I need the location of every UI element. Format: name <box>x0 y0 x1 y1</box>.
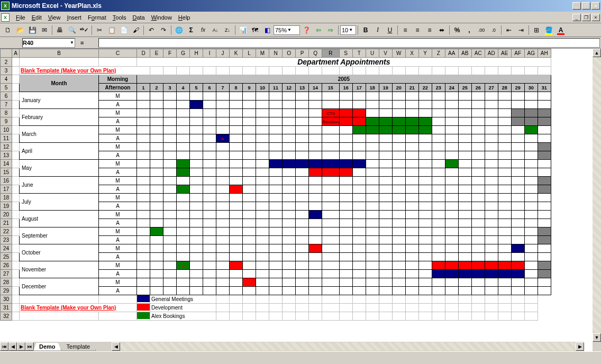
cell-L24[interactable] <box>243 244 256 253</box>
cell-F29[interactable] <box>163 287 177 295</box>
cell-X18[interactable] <box>405 194 418 202</box>
cell-AE3[interactable] <box>498 67 511 75</box>
cell-O14[interactable] <box>283 160 296 168</box>
cell-M19[interactable] <box>256 202 269 211</box>
cell-A21[interactable] <box>12 219 20 228</box>
cell-J25[interactable] <box>216 253 230 261</box>
cell-S17[interactable] <box>339 185 352 194</box>
cell-AH24[interactable] <box>538 244 551 253</box>
cell-W30[interactable] <box>379 295 392 304</box>
cell-N27[interactable] <box>269 270 283 278</box>
cell-N22[interactable] <box>269 228 283 236</box>
cell-I16[interactable] <box>203 177 216 185</box>
cell-AE14[interactable] <box>498 160 511 168</box>
align-center-button[interactable]: ≡ <box>412 24 423 36</box>
cell-AG24[interactable] <box>524 244 538 253</box>
cell-AA27[interactable] <box>445 270 458 278</box>
cell-K5[interactable]: 8 <box>230 84 243 92</box>
cell-AH29[interactable] <box>538 287 551 295</box>
cell-Z29[interactable] <box>432 287 445 295</box>
back-button[interactable]: ⇦ <box>313 24 324 36</box>
cell-G12[interactable] <box>177 143 190 151</box>
cell-J19[interactable] <box>216 202 230 211</box>
cell-L14[interactable] <box>243 160 256 168</box>
cell-Z10[interactable] <box>432 126 445 134</box>
cell-G13[interactable] <box>177 151 190 160</box>
cell-AB14[interactable] <box>458 160 471 168</box>
cell-N21[interactable] <box>269 219 283 228</box>
decrease-decimal-button[interactable]: .0 <box>488 24 499 36</box>
cell-G23[interactable] <box>177 236 190 244</box>
cell-AD5[interactable]: 27 <box>485 84 498 92</box>
row-header-10[interactable]: 10 <box>1 126 12 134</box>
cell-R17[interactable] <box>322 185 340 194</box>
cell-AH31[interactable] <box>524 304 538 312</box>
cell-Z11[interactable] <box>432 134 445 143</box>
cell-E14[interactable] <box>150 160 163 168</box>
cell-Z3[interactable] <box>432 67 445 75</box>
cell-Q31[interactable] <box>296 304 309 312</box>
name-box[interactable]: R40▼ <box>22 38 75 48</box>
cell-AG16[interactable] <box>524 177 538 185</box>
save-button[interactable]: 💾 <box>26 24 38 36</box>
cell-P12[interactable] <box>296 143 309 151</box>
cell-R8[interactable]: CTX <box>322 109 340 117</box>
cell-N32[interactable] <box>256 312 269 321</box>
cell-I18[interactable] <box>203 194 216 202</box>
tab-last-button[interactable]: ⏭ <box>25 342 34 351</box>
cell-Y14[interactable] <box>418 160 432 168</box>
row-header-24[interactable]: 24 <box>1 244 12 253</box>
cell-E28[interactable] <box>150 278 163 287</box>
cell-S19[interactable] <box>339 202 352 211</box>
cell-X21[interactable] <box>405 219 418 228</box>
cell-R7[interactable] <box>322 101 340 109</box>
cell-AA18[interactable] <box>445 194 458 202</box>
cell-D12[interactable] <box>137 143 150 151</box>
vscroll-track[interactable] <box>593 57 601 333</box>
drawing-button[interactable]: ◧ <box>261 24 273 36</box>
cell-E23[interactable] <box>150 236 163 244</box>
cell-O27[interactable] <box>283 270 296 278</box>
cell-A15[interactable] <box>12 168 20 177</box>
cell-AE25[interactable] <box>498 253 511 261</box>
cell-P27[interactable] <box>296 270 309 278</box>
cell-T15[interactable] <box>352 168 366 177</box>
cell-C12[interactable]: M <box>99 143 137 151</box>
vscroll-up-button[interactable]: ▲ <box>593 49 601 57</box>
cell-T23[interactable] <box>352 236 366 244</box>
cell-AB3[interactable] <box>458 67 471 75</box>
cell-H22[interactable] <box>190 228 203 236</box>
cell-Q7[interactable] <box>309 101 322 109</box>
cell-AD16[interactable] <box>485 177 498 185</box>
cell-U9[interactable] <box>366 117 379 126</box>
cell-S15[interactable] <box>339 168 352 177</box>
cell-D25[interactable] <box>137 253 150 261</box>
cell-AD14[interactable] <box>485 160 498 168</box>
cell-U20[interactable] <box>366 211 379 219</box>
cell-K22[interactable] <box>230 228 243 236</box>
cell-AF12[interactable] <box>511 143 524 151</box>
cell-R23[interactable] <box>322 236 340 244</box>
cell-W15[interactable] <box>392 168 405 177</box>
cell-Q15[interactable] <box>309 168 322 177</box>
cell-V7[interactable] <box>379 101 392 109</box>
menu-view[interactable]: View <box>45 13 64 22</box>
cell-B22[interactable]: September <box>20 228 99 244</box>
cell-Z27[interactable] <box>432 270 445 278</box>
cell-A8[interactable] <box>12 109 20 117</box>
cell-X22[interactable] <box>405 228 418 236</box>
cell-S29[interactable] <box>339 287 352 295</box>
row-header-11[interactable]: 11 <box>1 134 12 143</box>
cell-K11[interactable] <box>230 134 243 143</box>
cell-D4[interactable]: 2005 <box>137 75 551 84</box>
cell-AE29[interactable] <box>498 287 511 295</box>
cell-U7[interactable] <box>366 101 379 109</box>
cell-AC27[interactable] <box>471 270 485 278</box>
cell-R29[interactable] <box>322 287 340 295</box>
cell-U3[interactable] <box>366 67 379 75</box>
cell-G19[interactable] <box>177 202 190 211</box>
italic-button[interactable]: I <box>372 24 384 36</box>
cell-W24[interactable] <box>392 244 405 253</box>
cell-F8[interactable] <box>163 109 177 117</box>
cell-W6[interactable] <box>392 92 405 101</box>
